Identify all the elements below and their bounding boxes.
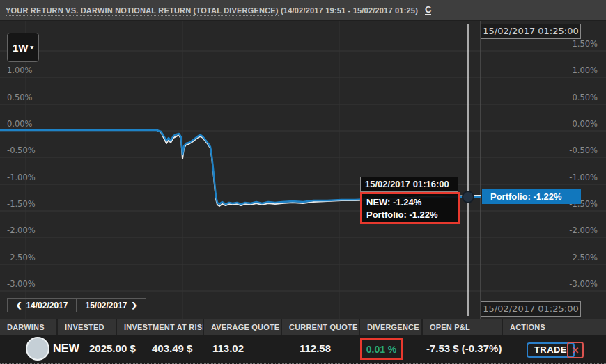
- column-average-quote[interactable]: AVERAGE QUOTE: [204, 319, 282, 335]
- next-day-button[interactable]: 15/02/2017 ❯: [77, 298, 146, 312]
- prev-day-button[interactable]: ❮ 14/02/2017: [7, 298, 77, 312]
- invested-value: 2025.00 $: [89, 342, 136, 354]
- right-axis-tick: -2.00%: [569, 225, 598, 235]
- portfolio-current-label: Portfolio: -1.22%: [482, 189, 581, 204]
- chart-header-bar: YOUR RETURN VS. DARWIN NOTIONAL RETURN (…: [0, 0, 606, 21]
- chart-date-range: (14/02/2017 19:51 - 15/02/2017 01:25): [281, 6, 418, 15]
- column-actions: ACTIONS: [503, 319, 606, 335]
- darwin-name: NEW: [53, 342, 79, 355]
- right-axis-tick: -2.50%: [569, 253, 598, 262]
- left-axis-tick: -2.00%: [7, 225, 36, 235]
- left-axis-tick: -0.50%: [7, 145, 36, 155]
- chart-plot[interactable]: [0, 21, 606, 319]
- table-header: DARWINS INVESTED INVESTMENT AT RISK AVER…: [0, 319, 606, 335]
- left-axis-tick: -2.50%: [7, 253, 36, 262]
- close-icon: ✕: [572, 345, 580, 356]
- chart-title-text: YOUR RETURN VS. DARWIN NOTIONAL RETURN (…: [6, 6, 279, 16]
- cursor-time-top: 15/02/2017 01:25:00: [481, 24, 581, 39]
- column-darwins: DARWINS: [0, 319, 58, 335]
- left-axis-tick: 0.50%: [7, 93, 33, 102]
- left-axis-tick: 1.00%: [7, 65, 33, 75]
- chevron-left-icon: ❮: [16, 301, 22, 309]
- investment-at-risk-value: 403.49 $: [152, 342, 192, 354]
- cursor-time-bottom: 15/02/2017 01:25:00: [481, 301, 581, 317]
- page-title: YOUR RETURN VS. DARWIN NOTIONAL RETURN (…: [6, 6, 418, 15]
- tooltip-timestamp: 15/02/2017 01:16:00: [360, 177, 458, 192]
- right-axis-tick: 1.50%: [572, 39, 598, 49]
- right-axis-tick: 1.00%: [572, 65, 598, 75]
- tooltip-new-value: NEW: -1.24%: [366, 196, 458, 209]
- timeframe-dropdown[interactable]: 1W ▾: [7, 33, 39, 62]
- date-navigation: ❮ 14/02/2017 15/02/2017 ❯: [7, 298, 146, 312]
- open-pl-value: -7.53 $ (-0.37%): [426, 342, 502, 354]
- column-investment-at-risk[interactable]: INVESTMENT AT RISK: [117, 319, 204, 335]
- chevron-down-icon: ▾: [30, 44, 33, 51]
- left-axis-tick: -1.00%: [7, 173, 36, 182]
- average-quote-value: 113.02: [212, 342, 244, 354]
- tooltip-portfolio-value: Portfolio: -1.22%: [366, 209, 458, 221]
- cursor-marker: [463, 191, 474, 203]
- column-divergence[interactable]: DIVERGENCE: [360, 319, 423, 335]
- right-axis-tick: -0.50%: [569, 145, 598, 155]
- divergence-chart: 1.00%0.50%0.00%-0.50%-1.00%-1.50%-2.00%-…: [0, 21, 606, 319]
- right-axis-tick: -3.00%: [569, 279, 598, 289]
- right-axis-tick: -1.00%: [569, 173, 598, 182]
- prev-day-label: 14/02/2017: [26, 301, 68, 310]
- next-day-label: 15/02/2017: [85, 301, 127, 310]
- table-row: NEW 2025.00 $ 403.49 $ 113.02 112.58 0.0…: [0, 335, 606, 364]
- column-open-pl[interactable]: OPEN P&L: [423, 319, 503, 335]
- tooltip-values: NEW: -1.24% Portfolio: -1.22%: [360, 192, 460, 224]
- right-axis-tick: 0.00%: [572, 119, 598, 129]
- left-axis-tick: -1.50%: [7, 199, 36, 209]
- timeframe-label: 1W: [13, 42, 29, 54]
- current-quote-value: 112.58: [300, 342, 331, 354]
- darwin-avatar: [26, 337, 49, 361]
- column-invested[interactable]: INVESTED: [58, 319, 117, 335]
- divergence-value: 0.01 %: [360, 338, 403, 360]
- column-current-quote[interactable]: CURRENT QUOTE: [282, 319, 360, 335]
- chevron-right-icon: ❯: [132, 301, 137, 309]
- close-position-button[interactable]: ✕: [567, 342, 584, 358]
- left-axis-tick: 0.00%: [7, 119, 33, 129]
- left-axis-tick: -3.00%: [7, 279, 36, 289]
- refresh-icon[interactable]: C: [425, 5, 431, 15]
- right-axis-tick: 0.50%: [572, 93, 598, 102]
